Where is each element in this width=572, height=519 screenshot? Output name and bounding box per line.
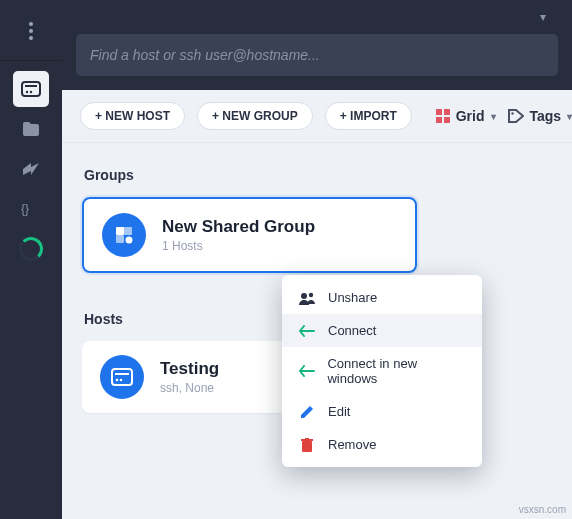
- sync-spinner-icon: [19, 237, 43, 261]
- svg-point-0: [29, 22, 33, 26]
- group-subtitle: 1 Hosts: [162, 239, 315, 253]
- view-grid-toggle[interactable]: Grid ▾: [436, 108, 496, 124]
- svg-rect-14: [124, 227, 132, 235]
- new-host-button[interactable]: + NEW HOST: [80, 102, 185, 130]
- content: Groups New Shared Group 1 Hosts Hosts Te…: [62, 143, 572, 519]
- menu-item-unshare[interactable]: Unshare: [282, 281, 482, 314]
- svg-rect-13: [116, 227, 124, 235]
- group-icon: [102, 213, 146, 257]
- menu-icon[interactable]: [19, 12, 43, 50]
- svg-point-1: [29, 29, 33, 33]
- tags-label: Tags: [530, 108, 562, 124]
- menu-item-label: Unshare: [328, 290, 377, 305]
- menu-item-edit[interactable]: Edit: [282, 395, 482, 428]
- menu-item-label: Edit: [328, 404, 350, 419]
- edit-icon: [298, 405, 316, 419]
- sidebar-item-keys[interactable]: {}: [13, 191, 49, 227]
- sidebar: {}: [0, 0, 62, 519]
- menu-item-label: Connect in new windows: [327, 356, 466, 386]
- menu-item-label: Remove: [328, 437, 376, 452]
- menu-item-connect-in-new-windows[interactable]: Connect in new windows: [282, 347, 482, 395]
- view-label: Grid: [456, 108, 485, 124]
- main: ▾ Find a host or ssh user@hostname... + …: [62, 0, 572, 519]
- svg-rect-20: [115, 373, 129, 375]
- tags-toggle[interactable]: Tags ▾: [508, 108, 573, 124]
- svg-point-19: [120, 379, 123, 382]
- menu-item-remove[interactable]: Remove: [282, 428, 482, 461]
- svg-point-22: [309, 292, 313, 296]
- sidebar-item-files[interactable]: [13, 111, 49, 147]
- svg-rect-25: [305, 438, 309, 440]
- svg-point-5: [30, 91, 32, 93]
- svg-rect-3: [22, 82, 40, 96]
- remove-icon: [298, 438, 316, 452]
- connect-icon: [298, 365, 315, 377]
- footer-text: vsxsn.com: [519, 504, 566, 515]
- svg-rect-6: [25, 85, 37, 87]
- svg-point-21: [301, 293, 307, 299]
- host-title: Testing: [160, 359, 219, 379]
- svg-rect-8: [436, 109, 442, 115]
- host-subtitle: ssh, None: [160, 381, 219, 395]
- sidebar-item-snippets[interactable]: [13, 151, 49, 187]
- toolbar: + NEW HOST + NEW GROUP + IMPORT Grid ▾ T…: [62, 90, 572, 143]
- svg-point-2: [29, 36, 33, 40]
- svg-point-18: [116, 379, 119, 382]
- svg-point-4: [26, 91, 28, 93]
- connect-icon: [298, 325, 316, 337]
- svg-point-16: [126, 237, 133, 244]
- chevron-down-icon: ▾: [567, 111, 572, 122]
- grid-icon: [436, 109, 450, 123]
- host-icon: [100, 355, 144, 399]
- svg-rect-9: [444, 109, 450, 115]
- chevron-down-icon[interactable]: ▾: [540, 10, 558, 24]
- context-menu: UnshareConnectConnect in new windowsEdit…: [282, 275, 482, 467]
- topbar: ▾ Find a host or ssh user@hostname...: [62, 0, 572, 90]
- unshare-icon: [298, 291, 316, 305]
- chevron-down-icon: ▾: [491, 111, 496, 122]
- menu-item-connect[interactable]: Connect: [282, 314, 482, 347]
- group-card[interactable]: New Shared Group 1 Hosts: [82, 197, 417, 273]
- groups-heading: Groups: [84, 167, 552, 183]
- svg-rect-10: [436, 117, 442, 123]
- group-title: New Shared Group: [162, 217, 315, 237]
- svg-rect-17: [112, 369, 132, 385]
- tag-icon: [508, 109, 524, 123]
- svg-rect-15: [116, 235, 124, 243]
- svg-text:{}: {}: [21, 202, 29, 216]
- import-button[interactable]: + IMPORT: [325, 102, 412, 130]
- new-group-button[interactable]: + NEW GROUP: [197, 102, 313, 130]
- svg-rect-11: [444, 117, 450, 123]
- search-input[interactable]: Find a host or ssh user@hostname...: [76, 34, 558, 76]
- sidebar-item-hosts[interactable]: [13, 71, 49, 107]
- svg-rect-23: [302, 441, 312, 452]
- svg-point-12: [511, 112, 513, 114]
- menu-item-label: Connect: [328, 323, 376, 338]
